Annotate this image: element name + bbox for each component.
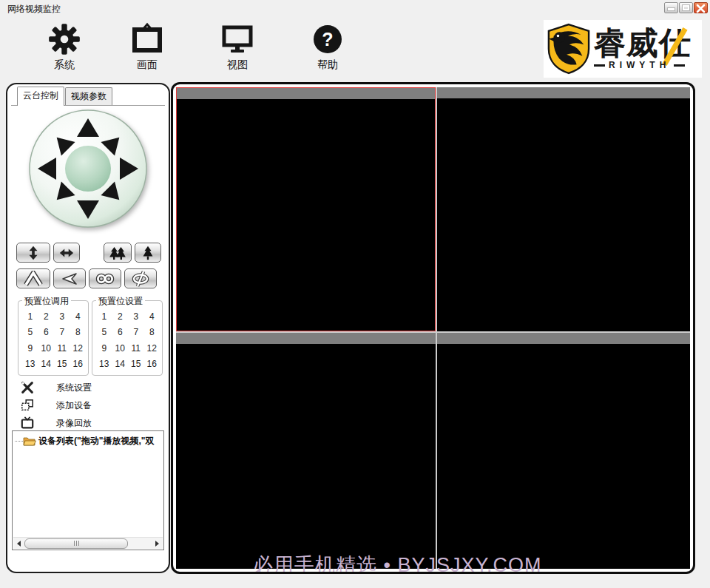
scroll-left-icon[interactable] xyxy=(17,541,21,547)
device-list-root[interactable]: 设备列表("拖动"播放视频,"双 xyxy=(13,435,163,447)
video-cell-3[interactable] xyxy=(176,333,436,569)
preset-set-13[interactable]: 13 xyxy=(99,359,109,369)
panel-menu: 系统设置 添加设备 录像回放 xyxy=(7,379,169,432)
ptz-center[interactable] xyxy=(65,146,111,192)
ptz-direction-wheel[interactable] xyxy=(27,108,149,229)
preset-call-2[interactable]: 2 xyxy=(44,311,49,322)
minimize-button[interactable] xyxy=(664,2,678,13)
folder-icon xyxy=(23,436,36,447)
toolbar-button-screen[interactable]: 画面 xyxy=(123,21,172,72)
picture-frame-icon xyxy=(129,22,165,56)
preset-call-16[interactable]: 16 xyxy=(73,359,83,369)
crossed-tools-icon xyxy=(21,381,34,394)
video-cell-4-body xyxy=(437,344,690,569)
preset-set-6[interactable]: 6 xyxy=(118,327,123,337)
brand-dash-left xyxy=(594,64,605,67)
preset-call-5[interactable]: 5 xyxy=(27,327,33,337)
scroll-right-icon[interactable] xyxy=(155,541,159,547)
preset-call-12[interactable]: 12 xyxy=(73,343,83,354)
tab-video-params[interactable]: 视频参数 xyxy=(65,87,112,105)
maximize-button[interactable] xyxy=(679,2,693,13)
preset-call-7[interactable]: 7 xyxy=(59,327,64,337)
toolbar-label-help: 帮助 xyxy=(303,58,352,72)
focus-arrow-button[interactable] xyxy=(53,268,86,288)
toolbar-label-screen: 画面 xyxy=(123,58,172,72)
aperture-button[interactable] xyxy=(124,268,157,288)
close-icon xyxy=(694,4,707,13)
toolbar-button-system[interactable]: 系统 xyxy=(40,21,89,72)
infinity-icon xyxy=(95,272,115,285)
preset-set-2[interactable]: 2 xyxy=(118,311,123,322)
zoom-in-tree-icon xyxy=(140,245,156,261)
ptz-function-row-2 xyxy=(16,268,161,288)
video-cell-1-titlebar xyxy=(177,88,435,99)
device-list-label: 设备列表("拖动"播放视频,"双 xyxy=(38,435,154,447)
preset-call-10[interactable]: 10 xyxy=(41,343,51,354)
preset-call-14[interactable]: 14 xyxy=(41,359,51,369)
zoom-out-two-trees-icon xyxy=(109,245,126,261)
preset-set-8[interactable]: 8 xyxy=(149,327,155,337)
tab-ptz-control[interactable]: 云台控制 xyxy=(17,87,64,106)
video-cell-2[interactable] xyxy=(437,87,690,331)
preset-call-group: 预置位调用 1 2 3 4 5 6 7 8 9 10 11 12 13 14 1… xyxy=(18,300,89,376)
preset-set-title: 预置位设置 xyxy=(96,295,145,308)
brand-dash-right xyxy=(674,64,685,67)
preset-call-9[interactable]: 9 xyxy=(27,343,33,354)
iris-peak-button[interactable] xyxy=(16,268,50,288)
brand-logo: 睿威仕 RIWYTH xyxy=(544,20,702,78)
scrollbar-thumb[interactable] xyxy=(24,538,128,549)
zoom-in-button[interactable] xyxy=(135,243,161,263)
preset-call-15[interactable]: 15 xyxy=(57,359,67,369)
video-grid xyxy=(176,87,690,569)
preset-set-10[interactable]: 10 xyxy=(115,343,125,354)
preset-set-7[interactable]: 7 xyxy=(133,327,138,337)
preset-set-9[interactable]: 9 xyxy=(101,343,106,354)
window-title: 网络视频监控 xyxy=(7,3,61,16)
menu-add-device[interactable]: 添加设备 xyxy=(7,396,169,414)
preset-set-14[interactable]: 14 xyxy=(115,359,125,369)
horizontal-scrollbar[interactable] xyxy=(13,537,163,549)
close-button[interactable] xyxy=(694,2,708,13)
preset-call-4[interactable]: 4 xyxy=(75,311,81,322)
horizontal-scan-arrows-icon xyxy=(58,245,75,261)
preset-call-3[interactable]: 3 xyxy=(59,311,64,322)
preset-set-4[interactable]: 4 xyxy=(149,311,155,322)
tv-icon xyxy=(21,416,34,430)
toolbar-button-view[interactable]: 视图 xyxy=(213,21,262,72)
preset-set-15[interactable]: 15 xyxy=(131,359,141,369)
zoom-out-button[interactable] xyxy=(104,243,132,263)
vertical-scan-button[interactable] xyxy=(16,243,50,263)
video-cell-4[interactable] xyxy=(437,333,690,569)
preset-call-1[interactable]: 1 xyxy=(27,311,33,322)
preset-set-3[interactable]: 3 xyxy=(133,311,138,322)
vertical-scan-arrows-icon xyxy=(25,245,41,261)
preset-set-5[interactable]: 5 xyxy=(101,327,106,337)
preset-call-11[interactable]: 11 xyxy=(58,343,67,354)
horizontal-scan-button[interactable] xyxy=(53,243,80,263)
video-cell-2-body xyxy=(437,98,690,331)
ptz-function-row-1 xyxy=(16,243,161,263)
preset-set-group: 预置位设置 1 2 3 4 5 6 7 8 9 10 11 12 13 14 1… xyxy=(92,300,163,376)
slashed-eye-icon xyxy=(131,271,150,287)
menu-system-settings[interactable]: 系统设置 xyxy=(7,379,169,396)
video-grid-container: 必用手机精选 • BYJSJXY.COM xyxy=(171,82,695,574)
preset-call-13[interactable]: 13 xyxy=(25,359,35,369)
preset-set-11[interactable]: 11 xyxy=(132,343,141,354)
toolbar-button-help[interactable]: ? 帮助 xyxy=(303,21,352,72)
preset-set-1[interactable]: 1 xyxy=(101,311,106,322)
window-controls xyxy=(664,2,708,13)
panel-tabs: 云台控制 视频参数 xyxy=(11,89,165,106)
video-cell-1[interactable] xyxy=(176,87,436,331)
preset-set-16[interactable]: 16 xyxy=(147,359,157,369)
preset-call-title: 预置位调用 xyxy=(22,295,71,308)
watermark-text: 必用手机精选 • BYJSJXY.COM xyxy=(253,552,542,574)
titlebar: 网络视频监控 xyxy=(0,0,710,16)
cascade-windows-icon xyxy=(21,399,34,412)
preset-call-8[interactable]: 8 xyxy=(75,327,81,337)
menu-record-playback[interactable]: 录像回放 xyxy=(7,414,169,432)
focus-far-button[interactable] xyxy=(89,268,121,288)
preset-set-12[interactable]: 12 xyxy=(147,343,157,354)
toolbar-label-view: 视图 xyxy=(213,58,262,72)
preset-call-6[interactable]: 6 xyxy=(44,327,49,337)
video-cell-4-titlebar xyxy=(437,333,690,344)
